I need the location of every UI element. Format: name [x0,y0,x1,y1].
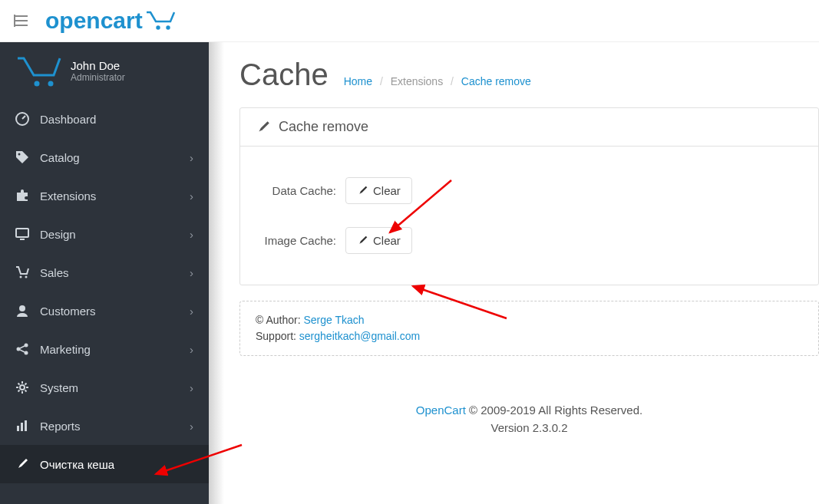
sidebar-item-label: Customers [40,305,96,318]
svg-point-3 [48,81,54,86]
chevron-right-icon: › [190,305,193,318]
chevron-right-icon: › [190,343,193,356]
panel-header: Cache remove [240,108,818,147]
sidebar-item-reports[interactable]: Reports › [0,407,209,445]
page-title: Cache [239,58,329,92]
footer-version: Version 2.3.0.2 [239,420,819,437]
logo-cart-icon [145,9,176,32]
svg-point-11 [17,348,21,351]
sidebar-item-label: Sales [40,266,69,279]
chevron-right-icon: › [190,381,193,394]
user-profile: John Doe Administrator [0,42,209,100]
puzzle-icon [15,189,32,203]
paintbrush-icon [15,457,32,471]
share-icon [15,342,32,356]
sidebar-item-label: Marketing [40,343,91,356]
chevron-right-icon: › [190,266,193,279]
breadcrumb-extensions[interactable]: Extensions [391,75,443,87]
sidebar-item-label: Extensions [40,189,96,203]
sidebar-item-label: Reports [40,420,81,433]
sidebar-item-system[interactable]: System › [0,368,209,407]
breadcrumb-current[interactable]: Cache remove [461,75,531,87]
header: opencart [0,0,819,42]
sidebar: John Doe Administrator Dashboard Catalog… [0,42,209,504]
user-icon [15,304,32,318]
svg-point-0 [156,25,160,29]
tag-icon [15,150,32,164]
gear-icon [15,380,32,394]
panel: Cache remove Data Cache: Clear Image Cac… [239,107,819,285]
main-content: Cache Home / Extensions / Cache remove C… [209,42,819,504]
footer: OpenCart © 2009-2019 All Rights Reserved… [239,402,819,436]
sidebar-item-label: Catalog [40,151,80,164]
sidebar-item-sales[interactable]: Sales › [0,253,209,292]
sidebar-item-label: Design [40,228,76,241]
sidebar-item-customers[interactable]: Customers › [0,292,209,330]
footer-copy: © 2009-2019 All Rights Reserved. [466,404,642,417]
svg-point-14 [20,385,25,390]
sidebar-item-dashboard[interactable]: Dashboard [0,100,209,138]
svg-rect-15 [17,426,19,431]
paintbrush-icon [357,235,368,246]
breadcrumb-home[interactable]: Home [344,75,372,87]
sidebar-item-label: Очистка кеша [40,458,114,471]
dashboard-icon [15,112,32,126]
sidebar-item-label: System [40,381,78,394]
author-prefix: © Author: [256,314,303,326]
clear-data-cache-button[interactable]: Clear [345,177,412,204]
menu-toggle-button[interactable] [12,12,30,30]
cart-icon [15,265,32,279]
support-prefix: Support: [256,330,299,342]
svg-point-5 [18,153,21,156]
profile-cart-icon [15,54,61,89]
logo-text-light: cart [101,8,143,34]
sidebar-item-cache-clear[interactable]: Очистка кеша [0,445,209,483]
paintbrush-icon [357,185,368,196]
svg-rect-17 [25,420,27,431]
svg-point-2 [35,81,40,86]
support-email-link[interactable]: sergheitkach@gmail.com [299,330,420,342]
svg-point-1 [166,25,170,29]
sidebar-item-catalog[interactable]: Catalog › [0,138,209,176]
panel-title: Cache remove [279,119,368,135]
svg-point-9 [25,276,28,278]
chevron-right-icon: › [190,189,193,203]
sidebar-item-design[interactable]: Design › [0,215,209,253]
profile-role: Administrator [71,72,125,83]
breadcrumb: Home / Extensions / Cache remove [344,75,531,87]
clear-image-cache-button[interactable]: Clear [345,227,412,254]
image-cache-label: Image Cache: [256,234,336,247]
author-link[interactable]: Serge Tkach [303,314,364,326]
menu-icon [14,15,28,27]
author-box: © Author: Serge Tkach Support: sergheitk… [239,301,819,356]
svg-rect-7 [20,239,25,240]
data-cache-label: Data Cache: [256,184,336,197]
profile-name: John Doe [71,59,125,72]
chevron-right-icon: › [190,420,193,433]
logo[interactable]: opencart [45,8,176,34]
sidebar-item-marketing[interactable]: Marketing › [0,330,209,368]
paintbrush-icon [256,120,271,135]
svg-rect-6 [16,229,28,237]
svg-point-13 [25,351,28,355]
svg-point-12 [25,344,28,348]
chevron-right-icon: › [190,228,193,241]
sidebar-item-extensions[interactable]: Extensions › [0,176,209,215]
svg-point-8 [20,276,22,278]
chevron-right-icon: › [190,151,193,164]
footer-link[interactable]: OpenCart [416,404,466,417]
logo-text-bold: open [45,8,101,34]
svg-point-10 [19,305,25,311]
desktop-icon [15,227,32,241]
svg-rect-16 [21,423,23,431]
chart-icon [15,419,32,433]
sidebar-item-label: Dashboard [40,113,96,126]
